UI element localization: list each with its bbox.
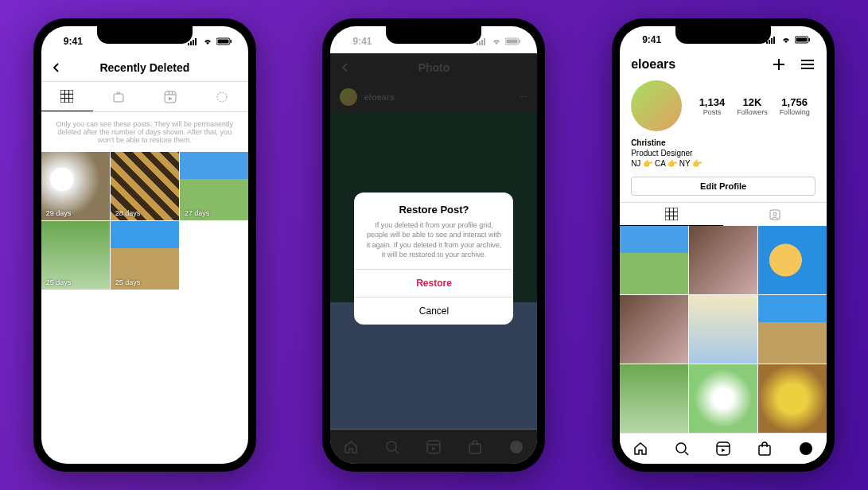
tab-igtv[interactable]: [93, 82, 145, 111]
cancel-button[interactable]: Cancel: [354, 297, 513, 325]
signal-icon: [766, 36, 777, 44]
deleted-thumb[interactable]: 25 days: [41, 221, 110, 290]
status-icons: [477, 37, 521, 45]
svg-point-17: [217, 92, 227, 102]
svg-rect-18: [477, 43, 478, 45]
svg-line-51: [685, 452, 688, 455]
post-thumb[interactable]: [689, 226, 757, 294]
nav-home[interactable]: [633, 441, 648, 457]
svg-rect-34: [773, 37, 775, 44]
svg-rect-48: [770, 210, 780, 220]
nav-shop[interactable]: [757, 441, 773, 457]
stat-following[interactable]: 1,756Following: [780, 96, 810, 116]
svg-rect-7: [60, 90, 73, 103]
bio-line: Product Designer: [631, 148, 815, 158]
stat-posts[interactable]: 1,134Posts: [699, 96, 726, 116]
nav-reels[interactable]: [715, 441, 731, 457]
svg-rect-43: [665, 208, 678, 220]
svg-rect-52: [717, 442, 730, 455]
plus-icon: [771, 56, 787, 72]
profile-bio: Christine Product Designer NJ 👉 CA 👉 NY …: [620, 136, 827, 175]
reels-icon: [715, 441, 731, 457]
status-bar: 9:41: [620, 26, 827, 50]
svg-rect-2: [193, 40, 194, 45]
svg-rect-19: [479, 41, 481, 45]
post-thumb[interactable]: [620, 364, 688, 433]
post-thumb[interactable]: [620, 226, 688, 294]
search-icon: [674, 441, 690, 457]
back-button[interactable]: [51, 62, 62, 73]
svg-rect-3: [195, 38, 197, 45]
tab-posts-grid[interactable]: [620, 203, 723, 226]
bottom-nav: [620, 433, 827, 464]
battery-icon: [795, 36, 811, 44]
new-post-button[interactable]: [771, 56, 787, 72]
info-notice: Only you can see these posts. They will …: [41, 112, 248, 152]
deleted-thumb[interactable]: 27 days: [180, 152, 248, 220]
tab-grid[interactable]: [41, 82, 93, 111]
svg-rect-20: [481, 40, 483, 45]
dialog-title: Restore Post?: [354, 192, 513, 220]
nav-profile[interactable]: [798, 441, 814, 457]
wifi-icon: [202, 37, 213, 45]
status-icons: [188, 37, 232, 45]
tagged-icon: [769, 208, 781, 221]
phone-restore-dialog: 9:41 Photo eloears ⋯: [322, 18, 545, 472]
wifi-icon: [780, 36, 792, 44]
profile-username[interactable]: eloears: [631, 57, 675, 72]
post-thumb[interactable]: [758, 226, 827, 294]
edit-profile-button[interactable]: Edit Profile: [631, 177, 815, 196]
profile-tabs: [620, 202, 827, 226]
svg-rect-36: [796, 38, 808, 42]
status-time: 9:41: [636, 34, 661, 45]
modal-overlay: Restore Post? If you deleted it from you…: [330, 53, 537, 464]
stat-followers[interactable]: 12KFollowers: [737, 96, 768, 116]
signal-icon: [188, 37, 199, 45]
tab-tagged[interactable]: [723, 203, 827, 226]
restore-dialog: Restore Post? If you deleted it from you…: [354, 192, 513, 325]
content-type-tabs: [41, 82, 248, 112]
phone-recently-deleted: 9:41 Recently Deleted: [33, 18, 256, 472]
tab-reels[interactable]: [145, 82, 197, 111]
chevron-left-icon: [51, 62, 62, 73]
deleted-thumb[interactable]: 29 days: [41, 152, 110, 220]
svg-point-50: [676, 443, 686, 453]
avatar[interactable]: [631, 80, 682, 131]
reels-icon: [164, 91, 177, 103]
profile-icon: [798, 441, 814, 457]
svg-rect-23: [507, 40, 518, 44]
post-thumb[interactable]: [689, 295, 757, 364]
stories-icon: [216, 91, 228, 103]
battery-icon: [505, 37, 521, 45]
svg-rect-0: [188, 43, 189, 45]
svg-rect-32: [769, 40, 770, 44]
bio-line: NJ 👉 CA 👉 NY 👉: [631, 158, 815, 169]
svg-rect-31: [766, 41, 768, 44]
signal-icon: [477, 37, 488, 45]
svg-rect-33: [771, 38, 773, 44]
svg-rect-24: [520, 40, 521, 43]
svg-point-49: [773, 212, 777, 216]
deleted-thumb[interactable]: 25 days: [111, 221, 179, 290]
post-thumb[interactable]: [758, 295, 827, 364]
status-bar: 9:41: [330, 26, 537, 53]
svg-line-16: [172, 91, 173, 95]
svg-rect-12: [114, 94, 123, 102]
home-icon: [633, 441, 648, 457]
nav-search[interactable]: [674, 441, 690, 457]
svg-rect-5: [217, 40, 228, 44]
menu-button[interactable]: [800, 56, 815, 72]
svg-point-55: [800, 442, 812, 455]
svg-rect-37: [809, 38, 811, 41]
restore-button[interactable]: Restore: [354, 269, 513, 297]
post-thumb[interactable]: [689, 364, 757, 433]
grid-icon: [665, 208, 678, 220]
deleted-thumb[interactable]: 28 days: [111, 152, 179, 220]
post-thumb[interactable]: [620, 295, 688, 364]
phone-profile: 9:41 eloears 1,134Posts 12KFollowers 1,7…: [612, 18, 835, 472]
hamburger-icon: [800, 56, 815, 72]
svg-rect-21: [484, 38, 485, 45]
profile-header: eloears: [620, 50, 827, 76]
post-thumb[interactable]: [758, 364, 827, 433]
tab-stories[interactable]: [197, 82, 248, 111]
